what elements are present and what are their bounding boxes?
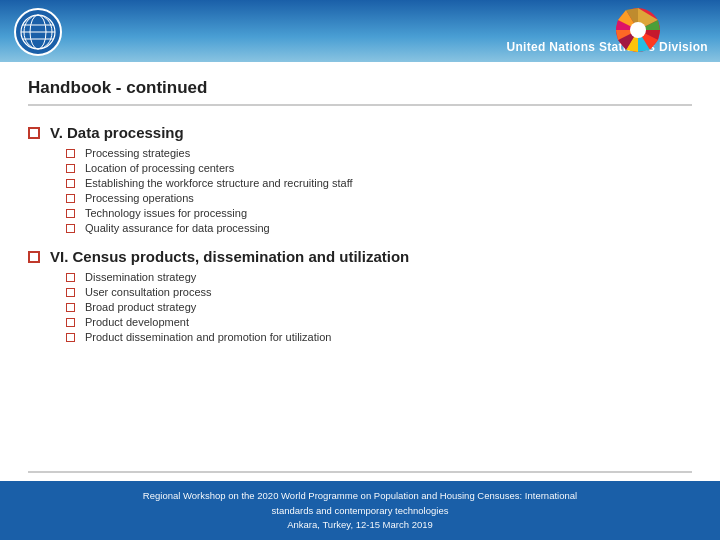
section-vi-header: VI. Census products, dissemination and u… bbox=[28, 248, 692, 265]
footer-line2: standards and contemporary technologies bbox=[20, 504, 700, 518]
svg-point-7 bbox=[630, 22, 646, 38]
section-v-bullet bbox=[28, 127, 40, 139]
un-emblem-svg bbox=[19, 13, 57, 51]
list-item: Establishing the workforce structure and… bbox=[66, 177, 692, 189]
main-content: Handbook - continued V. Data processing … bbox=[0, 62, 720, 463]
un-logo bbox=[14, 8, 62, 56]
page: United Nations Statistics Division Handb… bbox=[0, 0, 720, 540]
footer: Regional Workshop on the 2020 World Prog… bbox=[0, 481, 720, 540]
item-text: Processing strategies bbox=[85, 147, 190, 159]
item-bullet bbox=[66, 209, 75, 218]
item-text: User consultation process bbox=[85, 286, 212, 298]
item-bullet bbox=[66, 194, 75, 203]
list-item: Quality assurance for data processing bbox=[66, 222, 692, 234]
item-bullet bbox=[66, 333, 75, 342]
list-item: Product development bbox=[66, 316, 692, 328]
section-v-header: V. Data processing bbox=[28, 124, 692, 141]
footer-text: Regional Workshop on the 2020 World Prog… bbox=[20, 489, 700, 532]
section-vi-items: Dissemination strategy User consultation… bbox=[66, 271, 692, 343]
section-vi: VI. Census products, dissemination and u… bbox=[28, 248, 692, 343]
item-bullet bbox=[66, 273, 75, 282]
item-text: Location of processing centers bbox=[85, 162, 234, 174]
item-bullet bbox=[66, 224, 75, 233]
item-text: Broad product strategy bbox=[85, 301, 196, 313]
list-item: User consultation process bbox=[66, 286, 692, 298]
item-text: Technology issues for processing bbox=[85, 207, 247, 219]
item-text: Quality assurance for data processing bbox=[85, 222, 270, 234]
header-bar: United Nations Statistics Division bbox=[0, 0, 720, 62]
list-item: Product dissemination and promotion for … bbox=[66, 331, 692, 343]
header-org-name: United Nations Statistics Division bbox=[506, 40, 708, 56]
page-title: Handbook - continued bbox=[28, 78, 692, 106]
item-bullet bbox=[66, 288, 75, 297]
item-text: Establishing the workforce structure and… bbox=[85, 177, 353, 189]
list-item: Broad product strategy bbox=[66, 301, 692, 313]
footer-line3: Ankara, Turkey, 12-15 March 2019 bbox=[20, 518, 700, 532]
item-bullet bbox=[66, 303, 75, 312]
list-item: Technology issues for processing bbox=[66, 207, 692, 219]
list-item: Location of processing centers bbox=[66, 162, 692, 174]
item-bullet bbox=[66, 318, 75, 327]
item-bullet bbox=[66, 164, 75, 173]
footer-line1: Regional Workshop on the 2020 World Prog… bbox=[20, 489, 700, 503]
section-v-title: V. Data processing bbox=[50, 124, 184, 141]
item-text: Product dissemination and promotion for … bbox=[85, 331, 331, 343]
list-item: Processing strategies bbox=[66, 147, 692, 159]
section-v-items: Processing strategies Location of proces… bbox=[66, 147, 692, 234]
item-bullet bbox=[66, 179, 75, 188]
item-text: Processing operations bbox=[85, 192, 194, 204]
list-item: Dissemination strategy bbox=[66, 271, 692, 283]
sdg-wheel-icon bbox=[614, 6, 662, 54]
section-v: V. Data processing Processing strategies… bbox=[28, 124, 692, 234]
item-bullet bbox=[66, 149, 75, 158]
section-vi-bullet bbox=[28, 251, 40, 263]
item-text: Product development bbox=[85, 316, 189, 328]
section-vi-title: VI. Census products, dissemination and u… bbox=[50, 248, 409, 265]
divider bbox=[28, 471, 692, 473]
item-text: Dissemination strategy bbox=[85, 271, 196, 283]
list-item: Processing operations bbox=[66, 192, 692, 204]
